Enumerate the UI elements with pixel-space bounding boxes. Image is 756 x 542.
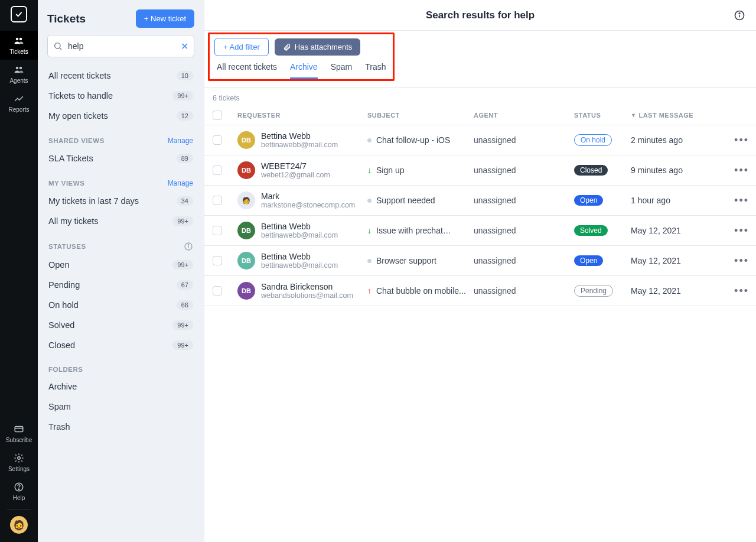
col-agent[interactable]: AGENT [474,112,574,119]
statuses-info-icon[interactable] [184,242,193,251]
sidebar-item[interactable]: Open99+ [38,255,204,275]
requester-avatar: DB [237,222,255,239]
requester-avatar: DB [237,282,255,300]
svg-point-3 [19,67,22,70]
sidebar-item[interactable]: Archive [38,377,204,397]
chip-label: Has attachments [295,43,353,51]
row-checkbox[interactable] [213,226,222,235]
manage-myviews-link[interactable]: Manage [168,179,193,187]
row-actions-icon[interactable]: ••• [725,194,749,207]
rail-item-agents[interactable]: Agents [0,60,38,89]
main-header: Search results for help [204,0,756,31]
user-avatar[interactable]: 🧔 [10,516,28,534]
search-icon [53,41,63,51]
requester-avatar: DB [237,252,255,270]
svg-point-9 [55,43,60,48]
svg-point-13 [188,245,188,245]
sidebar-item[interactable]: SLA Tickets89 [38,148,204,168]
sidebar-item[interactable]: On hold66 [38,295,204,315]
priority-down-icon: ↓ [367,226,372,235]
status-badge: On hold [574,134,612,146]
requester-email: markstone@stonecomp.com [261,201,355,209]
agent-text: unassigned [474,196,574,205]
tab-archive[interactable]: Archive [290,62,318,79]
last-message-time: May 12, 2021 [631,226,725,235]
requester-name: Bettina Webb [261,252,338,261]
col-last-message[interactable]: ▼LAST MESSAGE [631,112,725,119]
col-subject[interactable]: SUBJECT [367,112,474,119]
rail-item-reports[interactable]: Reports [0,89,38,118]
priority-dot-icon [367,259,372,263]
status-badge: Closed [574,165,608,176]
row-checkbox[interactable] [213,196,222,205]
table-row[interactable]: DBBettina Webbbettinawebb@mail.com↓Issue… [204,216,756,246]
row-checkbox[interactable] [213,256,222,265]
last-message-time: 9 minutes ago [631,165,725,175]
tab-all-recent-tickets[interactable]: All recent tickets [217,62,277,79]
row-checkbox[interactable] [213,135,222,145]
select-all-checkbox[interactable] [213,111,222,120]
sidebar-item[interactable]: All recent tickets10 [38,66,204,86]
priority-dot-icon [367,138,372,142]
clear-search-icon[interactable]: ✕ [181,41,188,52]
col-requester[interactable]: REQUESTER [237,112,367,119]
table-row[interactable]: DBBettina Webbbettinawebb@mail.comChat f… [204,125,756,155]
sidebar-item[interactable]: Pending67 [38,275,204,295]
row-checkbox[interactable] [213,165,222,175]
rail-item-help[interactable]: Help [0,477,38,506]
last-message-time: 1 hour ago [631,196,725,205]
sidebar-item[interactable]: Tickets to handle99+ [38,86,204,106]
manage-shared-link[interactable]: Manage [168,137,193,145]
rail-item-tickets[interactable]: Tickets [0,31,38,60]
row-actions-icon[interactable]: ••• [725,255,749,267]
tab-trash[interactable]: Trash [365,62,386,79]
requester-avatar: DB [237,131,255,149]
sidebar-item[interactable]: Closed99+ [38,335,204,355]
last-message-time: May 12, 2021 [631,286,725,296]
svg-rect-4 [15,427,23,432]
table-row[interactable]: 🧑Markmarkstone@stonecomp.comSupport need… [204,186,756,216]
page-title: Search results for help [426,9,535,21]
sidebar-item[interactable]: My tickets in last 7 days34 [38,191,204,211]
rail-item-subscribe[interactable]: Subscribe [0,419,38,448]
filter-bar: + Add filter Has attachments All recent … [204,31,756,88]
requester-avatar: DB [237,161,255,179]
new-ticket-button[interactable]: + New ticket [136,9,194,28]
sidebar-item[interactable]: Trash [38,417,204,437]
last-message-time: 2 minutes ago [631,135,725,145]
requester-email: webet12@gmail.com [261,171,330,179]
last-message-time: May 12, 2021 [631,256,725,265]
app-logo [11,6,27,22]
section-statuses: STATUSES [48,243,86,250]
section-folders: FOLDERS [48,366,83,373]
tabs: All recent ticketsArchiveSpamTrash [214,56,388,79]
info-icon[interactable] [734,9,745,21]
tab-spam[interactable]: Spam [331,62,353,79]
requester-avatar: 🧑 [237,192,255,209]
agent-text: unassigned [474,256,574,265]
svg-point-0 [16,38,19,41]
sidebar-item[interactable]: Solved99+ [38,315,204,335]
add-filter-button[interactable]: + Add filter [214,38,269,56]
sidebar-item[interactable]: All my tickets99+ [38,211,204,231]
row-actions-icon[interactable]: ••• [725,164,749,177]
row-checkbox[interactable] [213,286,222,296]
sidebar-item[interactable]: Spam [38,397,204,417]
row-actions-icon[interactable]: ••• [725,285,749,297]
col-status[interactable]: STATUS [574,112,631,119]
search-input[interactable] [47,35,194,57]
filter-chip-attachments[interactable]: Has attachments [275,38,361,56]
sidebar-item[interactable]: My open tickets12 [38,106,204,126]
requester-email: bettinawebb@mail.com [261,141,338,149]
table-row[interactable]: DBSandra Birickensonwebandsolutions@mail… [204,276,756,306]
row-actions-icon[interactable]: ••• [725,225,749,237]
rail-item-settings[interactable]: Settings [0,448,38,477]
section-my-views: MY VIEWS [48,180,84,187]
highlight-box: + Add filter Has attachments All recent … [208,33,395,81]
svg-point-8 [18,489,19,490]
table-row[interactable]: DBBettina Webbbettinawebb@mail.comBrowse… [204,246,756,276]
requester-name: Mark [261,192,355,201]
subject-text: Sign up [376,165,404,175]
row-actions-icon[interactable]: ••• [725,134,749,147]
table-row[interactable]: DBWEBET24/7webet12@gmail.com↓Sign upunas… [204,155,756,186]
